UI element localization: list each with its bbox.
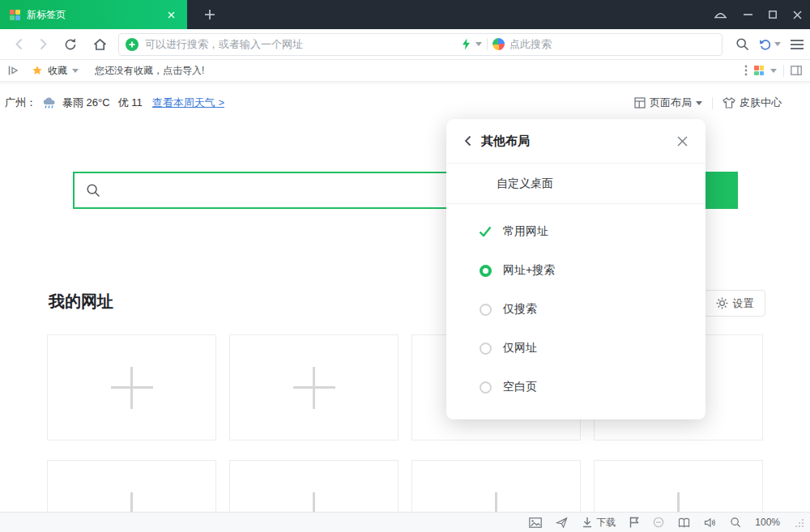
more-dots-icon[interactable] [744,65,748,76]
search-magnifier-icon [86,183,100,198]
page-layout-label: 页面布局 [650,96,692,110]
weather-city: 广州： [5,96,36,110]
skin-center-button[interactable]: 皮肤中心 [723,96,782,110]
popup-header: 其他布局 [446,119,706,164]
check-icon [478,226,492,237]
divider [783,65,784,77]
main-menu-button[interactable] [791,40,804,49]
tab-close-icon[interactable] [164,8,177,21]
quick-search-label[interactable]: 点此搜索 [509,37,552,52]
air-quality: 优 11 [118,96,143,110]
lightning-icon[interactable] [462,38,471,50]
divider [712,97,713,109]
layout-option-blank-page[interactable]: 空白页 [446,368,706,406]
window-controls [714,0,802,29]
new-tab-favicon-icon [10,10,20,20]
refresh-button[interactable] [58,32,83,57]
add-site-tile[interactable] [594,460,763,512]
tab-bar: 新标签页 [0,0,810,29]
plus-icon [658,492,700,513]
resize-grip[interactable] [794,517,804,528]
layout-chevron-down-icon [696,101,702,105]
shield-plus-icon[interactable] [126,38,139,51]
radio-icon [478,343,492,355]
bookmark-bar-left: 收藏 您还没有收藏，点击导入! [8,64,204,78]
maximize-button[interactable] [769,11,777,19]
side-panel-icon[interactable] [791,66,802,75]
task-flag-icon[interactable] [629,517,639,528]
back-chevron-icon[interactable] [464,135,471,147]
browser-window: 新标签页 [0,0,810,532]
add-site-tile[interactable] [229,334,399,440]
custom-desktop-item[interactable]: 自定义桌面 [446,164,706,204]
eye-protection-icon[interactable] [653,517,664,528]
add-site-tile[interactable] [47,334,216,440]
apps-grid-icon[interactable] [754,66,764,75]
option-label: 常用网址 [503,224,548,239]
popup-close-icon[interactable] [677,136,688,147]
tab-title: 新标签页 [27,8,164,22]
forward-button[interactable] [31,32,55,57]
bookmark-bar-right [744,65,802,77]
reader-mode-icon[interactable] [678,517,690,528]
divider [487,38,488,50]
layout-option-sites-and-search[interactable]: 网址+搜索 [446,251,706,290]
restore-session-button[interactable] [759,38,781,51]
page-topright-controls: 页面布局 皮肤中心 [634,96,782,110]
favorites-label[interactable]: 收藏 [48,64,67,78]
boost-chevron-down-icon[interactable] [475,42,482,46]
weather-widget: 广州： 暴雨 26°C 优 11 查看本周天气 > [5,96,224,110]
home-button[interactable] [87,32,112,57]
tab-new-tab-page[interactable]: 新标签页 [0,0,187,29]
quick-search-area: 点此搜索 [462,34,552,55]
new-tab-button[interactable] [196,0,224,29]
skin-hat-icon[interactable] [714,10,727,19]
settings-label: 设置 [733,296,754,311]
layout-icon [634,97,646,109]
apps-chevron-down-icon[interactable] [770,69,777,73]
favorites-chevron-down-icon[interactable] [72,69,79,73]
paper-plane-icon[interactable] [556,517,568,529]
layout-option-common-sites[interactable]: 常用网址 [446,212,706,251]
option-label: 仅搜索 [503,302,537,317]
zoom-icon[interactable] [730,517,741,528]
other-layout-popup: 其他布局 自定义桌面 常用网址 网址+搜索 [446,119,706,419]
find-in-page-icon[interactable] [735,37,749,51]
speaker-icon[interactable] [704,517,716,528]
weather-forecast-link[interactable]: 查看本周天气 > [152,96,224,110]
popup-title: 其他布局 [481,134,530,149]
plus-icon [475,492,518,513]
plus-icon [293,367,335,409]
radio-selected-icon [478,265,492,277]
download-button[interactable]: 下载 [582,516,616,530]
add-site-tile[interactable] [229,460,399,512]
page-layout-button[interactable]: 页面布局 [634,96,702,110]
address-bar[interactable]: 点此搜索 [118,33,723,56]
toolbar-right-icons [735,37,804,51]
radio-icon [478,304,492,316]
skin-center-label: 皮肤中心 [740,96,782,110]
zoom-level[interactable]: 100% [755,517,780,528]
option-label: 空白页 [503,380,537,394]
plus-icon [293,492,335,513]
layout-option-sites-only[interactable]: 仅网址 [446,329,706,368]
back-button[interactable] [6,32,31,57]
add-site-tile[interactable] [47,460,216,512]
minimize-button[interactable] [744,14,752,15]
layout-options-list: 常用网址 网址+搜索 仅搜索 仅网址 空白页 [446,204,706,406]
sidebar-toggle-icon[interactable] [8,66,19,75]
settings-button[interactable]: 设置 [704,290,765,317]
rain-cloud-icon [41,96,58,109]
screenshot-icon[interactable] [529,517,542,528]
restore-chevron-down-icon[interactable] [774,42,781,46]
search-engine-icon[interactable] [492,38,505,50]
custom-desktop-label: 自定义桌面 [497,177,553,191]
address-input[interactable] [145,38,715,50]
layout-option-search-only[interactable]: 仅搜索 [446,290,706,329]
my-sites-title: 我的网址 [49,291,113,313]
close-button[interactable] [793,11,802,19]
bookmarks-empty-hint[interactable]: 您还没有收藏，点击导入! [95,64,204,78]
add-site-tile[interactable] [411,460,581,512]
weather-condition: 暴雨 26°C [62,96,110,110]
option-label: 仅网址 [503,341,537,355]
